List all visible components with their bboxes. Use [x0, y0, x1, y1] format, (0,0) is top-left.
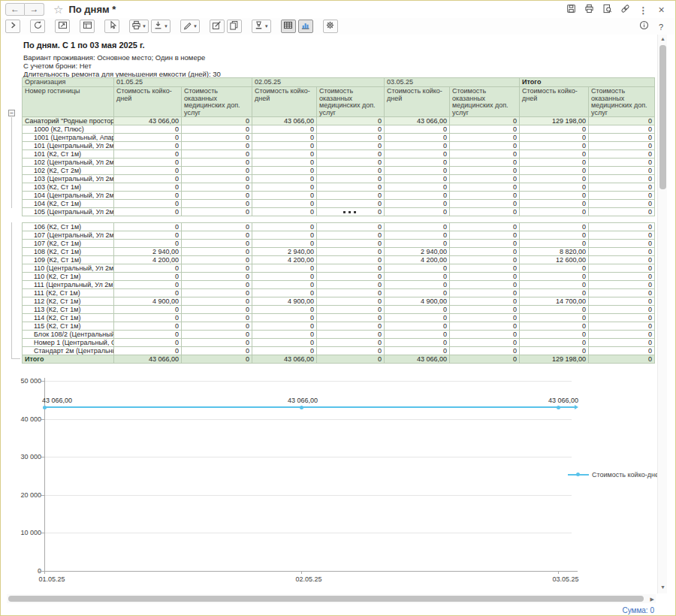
header-cell-measure[interactable]: Стоимость оказанных медицинских доп. усл…	[450, 87, 520, 117]
gridline	[44, 495, 572, 496]
scroll-down-icon[interactable]: ▼	[660, 584, 665, 590]
dropdown-caret-icon[interactable]: ▼	[264, 24, 269, 29]
header-cell-measure[interactable]: Стоимость койко-дней	[252, 87, 317, 117]
header-cell-date[interactable]: 01.05.25	[114, 78, 252, 87]
data-point-label: 43 066,00	[288, 397, 318, 404]
info-button[interactable]	[638, 21, 649, 32]
toolbar: ▼▼▼▼ ?	[1, 18, 675, 35]
info-icon	[639, 20, 649, 33]
header-cell-measure[interactable]: Стоимость койко-дней	[114, 87, 182, 117]
data-point[interactable]	[43, 406, 47, 409]
series-line-arrow-icon	[575, 405, 578, 409]
show-settings-button[interactable]	[5, 20, 20, 33]
table-row[interactable]: 110 (Центральный, Ул 2м)00000000	[23, 264, 655, 273]
table-row[interactable]: 114 (К2, Ст 1м)00000000	[23, 314, 655, 322]
header-cell-hotel-number[interactable]: Номер гостиницы	[23, 87, 114, 117]
table-row[interactable]: Санаторий "Родные просторы"43 066,00043 …	[23, 117, 655, 125]
chart-legend[interactable]: Стоимость койко-дней	[568, 471, 662, 479]
header-cell-date[interactable]: Итого	[520, 78, 655, 87]
data-point[interactable]	[300, 406, 303, 409]
arrow-left-icon: ←	[11, 4, 20, 14]
table-row[interactable]: 108 (К2, Ст 1м)2 940,0002 940,0002 940,0…	[23, 248, 655, 256]
table-row[interactable]: Номер 1 (Центральный, Ст 2м)00000000	[23, 339, 655, 347]
table-row[interactable]: 1001 (Центральный, Апарты)00000000	[23, 134, 655, 142]
copy-icon	[229, 20, 239, 33]
close-button[interactable]: ×	[655, 3, 668, 16]
autofit-button[interactable]	[55, 20, 70, 33]
table-row[interactable]: 110 (К2, Ст 1м)00000000	[23, 273, 655, 281]
header-cell-measure[interactable]: Стоимость койко-дней	[385, 87, 450, 117]
forward-button[interactable]: →	[25, 3, 44, 16]
table-header-row-measures: Номер гостиницыСтоимость койко-днейСтоим…	[23, 87, 655, 117]
vertical-scrollbar[interactable]: ▲ ▼	[657, 35, 667, 593]
header-cell-date[interactable]: 02.05.25	[252, 78, 385, 87]
print-button[interactable]	[583, 3, 596, 16]
appearance-button[interactable]: ▼	[252, 20, 271, 33]
get-link-button[interactable]	[619, 3, 632, 16]
close-icon: ×	[658, 3, 664, 17]
copy-button[interactable]	[227, 20, 242, 33]
table-row[interactable]: 103 (К2, Ст 1м)00000000	[23, 183, 655, 192]
table-row[interactable]: 111 (К2, Ст 1м)00000000	[23, 289, 655, 297]
table-row[interactable]: 104 (К2, Ст 1м)00000000	[23, 200, 655, 208]
data-point[interactable]	[557, 406, 560, 409]
table-row[interactable]: 113 (К2, Ст 1м)00000000	[23, 306, 655, 314]
dropdown-caret-icon[interactable]: ▼	[193, 24, 198, 29]
print-button[interactable]: ▼	[129, 20, 149, 33]
table-row[interactable]: 115 (К2, Ст 1м)00000000	[23, 322, 655, 331]
group-bracket-line2	[11, 222, 12, 359]
pointer-icon	[107, 20, 117, 33]
draw-button[interactable]: ▼	[180, 20, 200, 33]
collapse-group-button[interactable]: −	[8, 110, 15, 116]
header-cell-organization[interactable]: Организация	[23, 78, 114, 87]
back-button[interactable]: ←	[5, 3, 25, 16]
print-preview-button[interactable]	[601, 3, 614, 16]
report-content: По дням. С 1 по 03 мая 2025 г. Вариант п…	[1, 35, 675, 615]
save-file-button[interactable]: ▼	[151, 20, 171, 33]
sum-status: Сумма: 0	[622, 606, 654, 614]
x-tick-label: 01.05.25	[38, 575, 65, 583]
edit-button[interactable]	[210, 20, 225, 33]
table-row[interactable]: 101 (К2, Ст 1м)00000000	[23, 150, 655, 159]
header-cell-measure[interactable]: Стоимость оказанных медицинских доп. усл…	[317, 87, 385, 117]
table-row[interactable]: 102 (К2, Ст 2м)00000000	[23, 167, 655, 175]
data-point-label: 43 066,00	[548, 397, 578, 404]
window-title: По дням *	[68, 4, 116, 15]
save-button[interactable]	[565, 3, 578, 16]
table-view-button[interactable]	[281, 20, 296, 33]
header-cell-measure[interactable]: Стоимость койко-дней	[520, 87, 589, 117]
header-cell-date[interactable]: 03.05.25	[385, 78, 520, 87]
table-row[interactable]: 106 (К2, Ст 1м)00000000	[23, 223, 655, 231]
settings-button[interactable]	[323, 20, 338, 33]
scroll-right-icon[interactable]: ▶	[650, 596, 654, 602]
header-cell-measure[interactable]: Стоимость оказанных медицинских доп. усл…	[182, 87, 252, 117]
scroll-up-icon[interactable]: ▲	[660, 36, 665, 41]
table-row[interactable]: 102 (Центральный, Ул 2м)00000000	[23, 159, 655, 167]
horizontal-scrollbar[interactable]: ▶	[7, 594, 656, 603]
horizontal-scroll-thumb[interactable]	[8, 596, 644, 602]
table-row[interactable]: 109 (К2, Ст 1м)4 200,0004 200,0004 200,0…	[23, 256, 655, 264]
dropdown-caret-icon[interactable]: ▼	[142, 24, 146, 29]
table-row[interactable]: 103 (Центральный, Ул 2м)00000000	[23, 175, 655, 183]
table-row[interactable]: 111 (Центральный, Ул 2м)00000000	[23, 281, 655, 289]
vertical-scroll-thumb[interactable]	[659, 45, 666, 189]
refresh-button[interactable]	[30, 20, 45, 33]
table-row[interactable]: Блок 108/2 (Центральный, Ул 200000000	[23, 331, 655, 339]
favorite-star-icon[interactable]: ☆	[53, 3, 63, 17]
chart-view-button[interactable]	[298, 20, 313, 33]
table-row[interactable]: 1000 (К2, Плюс)00000000	[23, 125, 655, 134]
help-button[interactable]: ?	[656, 21, 666, 32]
select-mode-button[interactable]	[104, 20, 119, 33]
table-row[interactable]: Стандарт 2м (Центральный, С00000000	[23, 347, 655, 355]
header-cell-measure[interactable]: Стоимость оказанных медицинских доп. усл…	[589, 87, 655, 117]
table-row[interactable]: 107 (К2, Ст 1м)00000000	[23, 240, 655, 248]
table-row[interactable]: Итого43 066,00043 066,00043 066,000129 1…	[23, 355, 655, 364]
table-row[interactable]: 107 (Центральный, Ул 2м)00000000	[23, 231, 655, 240]
table-row[interactable]: 104 (Центральный, Ул 2м)00000000	[23, 192, 655, 200]
freeze-panes-button[interactable]	[80, 20, 95, 33]
table-row[interactable]: 112 (К2, Ст 1м)4 900,0004 900,0004 900,0…	[23, 297, 655, 306]
dropdown-caret-icon[interactable]: ▼	[164, 24, 168, 29]
table-row[interactable]: 105 (Центральный, Ул 2м)00000000	[23, 208, 655, 216]
more-button[interactable]: ⋮	[637, 3, 650, 16]
table-row[interactable]: 101 (Центральный, Ул 2м)00000000	[23, 142, 655, 150]
